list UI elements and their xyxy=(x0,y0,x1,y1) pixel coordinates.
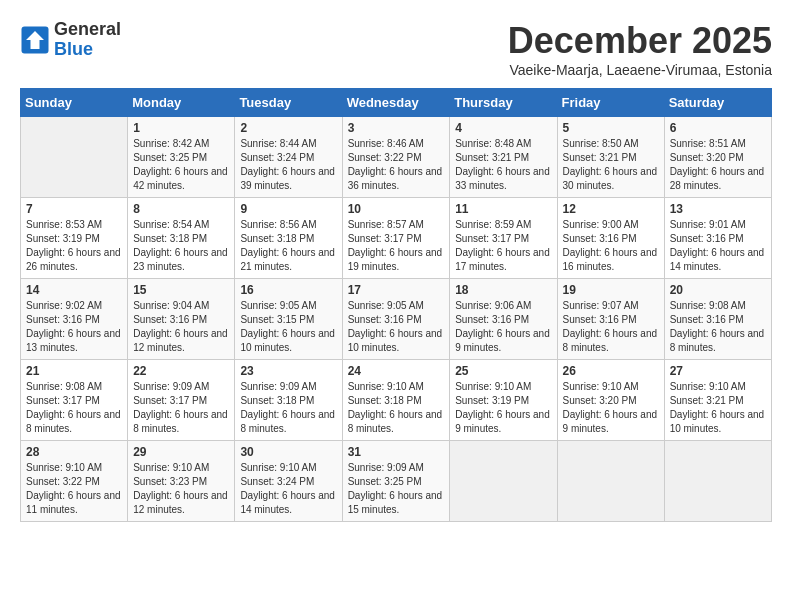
day-info: Sunrise: 9:10 AMSunset: 3:23 PMDaylight:… xyxy=(133,461,229,517)
day-info: Sunrise: 8:54 AMSunset: 3:18 PMDaylight:… xyxy=(133,218,229,274)
day-info: Sunrise: 8:44 AMSunset: 3:24 PMDaylight:… xyxy=(240,137,336,193)
day-number: 5 xyxy=(563,121,659,135)
calendar-cell: 17Sunrise: 9:05 AMSunset: 3:16 PMDayligh… xyxy=(342,279,450,360)
calendar-cell: 30Sunrise: 9:10 AMSunset: 3:24 PMDayligh… xyxy=(235,441,342,522)
day-number: 11 xyxy=(455,202,551,216)
calendar-cell: 6Sunrise: 8:51 AMSunset: 3:20 PMDaylight… xyxy=(664,117,771,198)
subtitle: Vaeike-Maarja, Laeaene-Virumaa, Estonia xyxy=(508,62,772,78)
weekday-header-saturday: Saturday xyxy=(664,89,771,117)
month-title: December 2025 xyxy=(508,20,772,62)
day-number: 12 xyxy=(563,202,659,216)
day-info: Sunrise: 8:50 AMSunset: 3:21 PMDaylight:… xyxy=(563,137,659,193)
calendar-cell: 26Sunrise: 9:10 AMSunset: 3:20 PMDayligh… xyxy=(557,360,664,441)
day-number: 27 xyxy=(670,364,766,378)
calendar-cell: 9Sunrise: 8:56 AMSunset: 3:18 PMDaylight… xyxy=(235,198,342,279)
day-number: 23 xyxy=(240,364,336,378)
calendar-cell: 31Sunrise: 9:09 AMSunset: 3:25 PMDayligh… xyxy=(342,441,450,522)
day-info: Sunrise: 9:10 AMSunset: 3:18 PMDaylight:… xyxy=(348,380,445,436)
day-info: Sunrise: 9:09 AMSunset: 3:18 PMDaylight:… xyxy=(240,380,336,436)
day-number: 26 xyxy=(563,364,659,378)
calendar-cell: 27Sunrise: 9:10 AMSunset: 3:21 PMDayligh… xyxy=(664,360,771,441)
calendar-cell xyxy=(664,441,771,522)
day-info: Sunrise: 9:10 AMSunset: 3:19 PMDaylight:… xyxy=(455,380,551,436)
day-number: 19 xyxy=(563,283,659,297)
calendar-cell: 14Sunrise: 9:02 AMSunset: 3:16 PMDayligh… xyxy=(21,279,128,360)
calendar-cell: 1Sunrise: 8:42 AMSunset: 3:25 PMDaylight… xyxy=(128,117,235,198)
day-info: Sunrise: 8:48 AMSunset: 3:21 PMDaylight:… xyxy=(455,137,551,193)
day-info: Sunrise: 9:10 AMSunset: 3:22 PMDaylight:… xyxy=(26,461,122,517)
day-number: 21 xyxy=(26,364,122,378)
day-info: Sunrise: 9:04 AMSunset: 3:16 PMDaylight:… xyxy=(133,299,229,355)
calendar-cell: 29Sunrise: 9:10 AMSunset: 3:23 PMDayligh… xyxy=(128,441,235,522)
calendar-cell: 3Sunrise: 8:46 AMSunset: 3:22 PMDaylight… xyxy=(342,117,450,198)
day-number: 18 xyxy=(455,283,551,297)
calendar-cell: 18Sunrise: 9:06 AMSunset: 3:16 PMDayligh… xyxy=(450,279,557,360)
calendar-cell: 13Sunrise: 9:01 AMSunset: 3:16 PMDayligh… xyxy=(664,198,771,279)
calendar-cell: 22Sunrise: 9:09 AMSunset: 3:17 PMDayligh… xyxy=(128,360,235,441)
day-number: 14 xyxy=(26,283,122,297)
day-number: 25 xyxy=(455,364,551,378)
day-number: 9 xyxy=(240,202,336,216)
day-info: Sunrise: 9:10 AMSunset: 3:20 PMDaylight:… xyxy=(563,380,659,436)
day-number: 17 xyxy=(348,283,445,297)
logo-line1: General xyxy=(54,20,121,40)
day-info: Sunrise: 8:51 AMSunset: 3:20 PMDaylight:… xyxy=(670,137,766,193)
calendar-cell: 19Sunrise: 9:07 AMSunset: 3:16 PMDayligh… xyxy=(557,279,664,360)
day-info: Sunrise: 9:10 AMSunset: 3:21 PMDaylight:… xyxy=(670,380,766,436)
day-number: 31 xyxy=(348,445,445,459)
day-info: Sunrise: 9:08 AMSunset: 3:16 PMDaylight:… xyxy=(670,299,766,355)
calendar-cell xyxy=(450,441,557,522)
day-number: 16 xyxy=(240,283,336,297)
calendar-cell: 12Sunrise: 9:00 AMSunset: 3:16 PMDayligh… xyxy=(557,198,664,279)
logo: General Blue xyxy=(20,20,121,60)
weekday-header-friday: Friday xyxy=(557,89,664,117)
day-info: Sunrise: 9:08 AMSunset: 3:17 PMDaylight:… xyxy=(26,380,122,436)
calendar-cell: 25Sunrise: 9:10 AMSunset: 3:19 PMDayligh… xyxy=(450,360,557,441)
calendar-cell: 7Sunrise: 8:53 AMSunset: 3:19 PMDaylight… xyxy=(21,198,128,279)
calendar-cell: 20Sunrise: 9:08 AMSunset: 3:16 PMDayligh… xyxy=(664,279,771,360)
day-info: Sunrise: 9:05 AMSunset: 3:15 PMDaylight:… xyxy=(240,299,336,355)
day-number: 22 xyxy=(133,364,229,378)
day-number: 3 xyxy=(348,121,445,135)
logo-line2: Blue xyxy=(54,40,121,60)
day-number: 6 xyxy=(670,121,766,135)
calendar-cell: 5Sunrise: 8:50 AMSunset: 3:21 PMDaylight… xyxy=(557,117,664,198)
day-info: Sunrise: 9:10 AMSunset: 3:24 PMDaylight:… xyxy=(240,461,336,517)
day-info: Sunrise: 8:42 AMSunset: 3:25 PMDaylight:… xyxy=(133,137,229,193)
calendar-cell: 21Sunrise: 9:08 AMSunset: 3:17 PMDayligh… xyxy=(21,360,128,441)
day-number: 28 xyxy=(26,445,122,459)
calendar-cell: 16Sunrise: 9:05 AMSunset: 3:15 PMDayligh… xyxy=(235,279,342,360)
day-info: Sunrise: 8:53 AMSunset: 3:19 PMDaylight:… xyxy=(26,218,122,274)
calendar-cell xyxy=(21,117,128,198)
day-number: 29 xyxy=(133,445,229,459)
day-number: 10 xyxy=(348,202,445,216)
day-number: 4 xyxy=(455,121,551,135)
calendar-cell: 24Sunrise: 9:10 AMSunset: 3:18 PMDayligh… xyxy=(342,360,450,441)
weekday-header-tuesday: Tuesday xyxy=(235,89,342,117)
calendar-cell: 8Sunrise: 8:54 AMSunset: 3:18 PMDaylight… xyxy=(128,198,235,279)
day-info: Sunrise: 8:46 AMSunset: 3:22 PMDaylight:… xyxy=(348,137,445,193)
day-info: Sunrise: 9:02 AMSunset: 3:16 PMDaylight:… xyxy=(26,299,122,355)
day-number: 15 xyxy=(133,283,229,297)
day-info: Sunrise: 9:00 AMSunset: 3:16 PMDaylight:… xyxy=(563,218,659,274)
calendar-cell: 15Sunrise: 9:04 AMSunset: 3:16 PMDayligh… xyxy=(128,279,235,360)
calendar-table: SundayMondayTuesdayWednesdayThursdayFrid… xyxy=(20,88,772,522)
day-info: Sunrise: 8:56 AMSunset: 3:18 PMDaylight:… xyxy=(240,218,336,274)
weekday-header-thursday: Thursday xyxy=(450,89,557,117)
day-info: Sunrise: 8:57 AMSunset: 3:17 PMDaylight:… xyxy=(348,218,445,274)
day-number: 13 xyxy=(670,202,766,216)
calendar-cell: 2Sunrise: 8:44 AMSunset: 3:24 PMDaylight… xyxy=(235,117,342,198)
calendar-cell: 23Sunrise: 9:09 AMSunset: 3:18 PMDayligh… xyxy=(235,360,342,441)
day-number: 2 xyxy=(240,121,336,135)
day-number: 30 xyxy=(240,445,336,459)
weekday-header-sunday: Sunday xyxy=(21,89,128,117)
weekday-header-wednesday: Wednesday xyxy=(342,89,450,117)
weekday-header-monday: Monday xyxy=(128,89,235,117)
calendar-cell: 10Sunrise: 8:57 AMSunset: 3:17 PMDayligh… xyxy=(342,198,450,279)
day-number: 1 xyxy=(133,121,229,135)
calendar-cell: 28Sunrise: 9:10 AMSunset: 3:22 PMDayligh… xyxy=(21,441,128,522)
day-info: Sunrise: 9:09 AMSunset: 3:17 PMDaylight:… xyxy=(133,380,229,436)
day-info: Sunrise: 9:05 AMSunset: 3:16 PMDaylight:… xyxy=(348,299,445,355)
day-number: 20 xyxy=(670,283,766,297)
day-info: Sunrise: 9:07 AMSunset: 3:16 PMDaylight:… xyxy=(563,299,659,355)
